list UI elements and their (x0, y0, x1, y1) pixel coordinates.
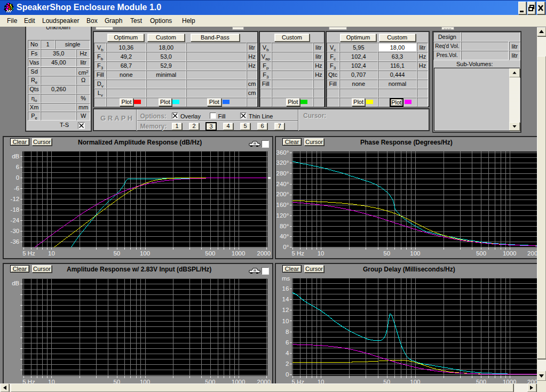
svg-text:dB: dB (12, 153, 19, 159)
svg-text:40°: 40° (280, 233, 289, 239)
svg-text:50: 50 (383, 250, 390, 257)
svg-text:0°: 0° (283, 244, 289, 250)
svg-text:0: 0 (16, 174, 19, 181)
svg-text:240°: 240° (276, 181, 289, 187)
svg-text:-12: -12 (10, 196, 19, 202)
svg-text:dB: dB (12, 281, 19, 287)
svg-text:10: 10 (317, 250, 324, 257)
svg-text:0: 0 (286, 371, 289, 378)
svg-text:500: 500 (476, 250, 486, 257)
svg-text:280°: 280° (276, 170, 289, 177)
svg-text:10: 10 (48, 250, 55, 257)
svg-text:6: 6 (286, 339, 289, 346)
svg-text:8: 8 (286, 329, 289, 335)
svg-text:1000: 1000 (503, 250, 517, 257)
svg-text:100: 100 (410, 250, 420, 257)
svg-text:16: 16 (282, 285, 289, 292)
svg-text:12: 12 (282, 307, 289, 314)
svg-text:-24: -24 (10, 217, 19, 223)
svg-text:6: 6 (16, 164, 19, 170)
svg-text:120°: 120° (276, 212, 289, 219)
svg-text:-30: -30 (10, 227, 19, 234)
svg-text:360°: 360° (276, 149, 289, 155)
svg-text:200°: 200° (276, 191, 289, 197)
svg-text:-36: -36 (10, 238, 19, 244)
svg-text:80°: 80° (280, 222, 289, 229)
svg-text:10: 10 (282, 318, 289, 324)
svg-text:-18: -18 (10, 206, 19, 213)
svg-text:50: 50 (113, 250, 120, 257)
svg-text:2: 2 (286, 361, 289, 367)
svg-text:1000: 1000 (232, 250, 246, 257)
svg-text:160°: 160° (276, 202, 289, 208)
svg-text:4: 4 (286, 350, 289, 356)
svg-text:500: 500 (205, 250, 215, 257)
svg-text:5 Hz: 5 Hz (291, 250, 304, 257)
svg-text:320°: 320° (276, 159, 289, 166)
svg-text:14: 14 (282, 297, 289, 303)
svg-text:2000: 2000 (257, 250, 271, 257)
svg-text:5 Hz: 5 Hz (22, 250, 35, 257)
svg-text:100: 100 (140, 250, 150, 257)
svg-text:ms: ms (282, 276, 290, 282)
svg-text:-6: -6 (14, 185, 19, 191)
